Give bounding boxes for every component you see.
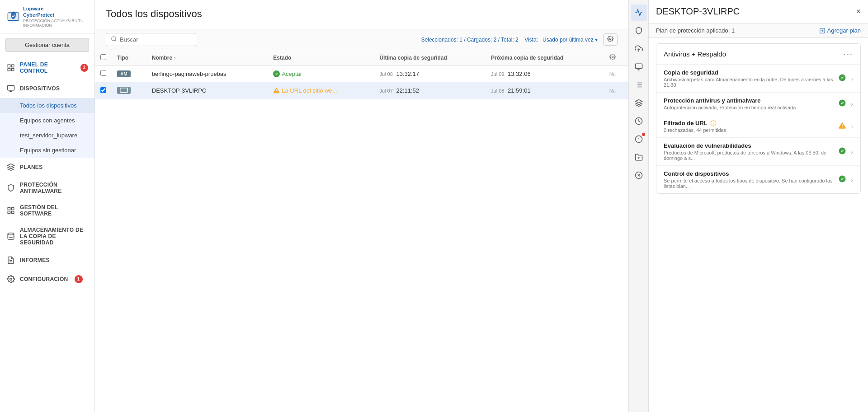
devices-table-container: Tipo Nombre ↑ Estado Última copia de seg… bbox=[95, 50, 628, 412]
svg-point-21 bbox=[612, 56, 613, 58]
svg-rect-28 bbox=[635, 64, 642, 69]
vuln-status-icon bbox=[838, 147, 846, 157]
sidebar-item-panel[interactable]: PANEL DE CONTROL 3 bbox=[0, 56, 94, 79]
settings-icon bbox=[6, 275, 15, 284]
panel-icon-x-circle[interactable] bbox=[631, 167, 647, 183]
row2-type-cell bbox=[112, 82, 146, 99]
warn-icon bbox=[273, 87, 280, 94]
row2-checkbox-cell[interactable] bbox=[95, 82, 112, 99]
table-row[interactable]: VM berlingo-paginaweb-pruebas Aceptar Ju… bbox=[95, 66, 628, 82]
sidebar-item-informes[interactable]: INFORMES bbox=[0, 251, 94, 270]
activity-icon bbox=[635, 9, 643, 17]
main-header: Todos los dispositivos bbox=[95, 0, 628, 29]
sidebar-item-configuracion[interactable]: CONFIGURACIÓN 1 bbox=[0, 270, 94, 289]
protection-row-url-title: Filtrado de URL bbox=[664, 120, 838, 126]
svg-rect-4 bbox=[12, 68, 14, 70]
protection-row-url-sub: 0 rechazadas, 44 permitidas bbox=[664, 127, 838, 133]
sidebar-label-planes: PLANES bbox=[20, 164, 42, 170]
sidebar-item-proteccion[interactable]: PROTECCIÓN ANTIMALWARE bbox=[0, 177, 94, 199]
x-circle-icon bbox=[635, 171, 643, 179]
svg-marker-37 bbox=[635, 100, 642, 103]
panel-icon-list[interactable] bbox=[631, 77, 647, 93]
panel-icon-activity[interactable] bbox=[631, 5, 647, 21]
sidebar-item-servidor[interactable]: test_servidor_lupware bbox=[0, 128, 94, 143]
hdd-icon bbox=[6, 232, 15, 241]
add-plan-button[interactable]: Agregar plan bbox=[819, 27, 861, 34]
protection-row-antivirus-title: Protección antivirus y antimalware bbox=[664, 97, 838, 104]
search-input[interactable] bbox=[120, 36, 183, 43]
row2-type-badge bbox=[117, 87, 131, 94]
row1-checkbox-cell[interactable] bbox=[95, 66, 112, 82]
toolbar-view-value[interactable]: Usado por última vez bbox=[542, 37, 594, 43]
sidebar-item-software[interactable]: GESTIÓN DEL SOFTWARE bbox=[0, 199, 94, 222]
protection-row-antivirus[interactable]: Protección antivirus y antimalware Autop… bbox=[656, 93, 860, 115]
panel-icon-monitor[interactable] bbox=[631, 59, 647, 75]
dev-status-icon bbox=[838, 175, 846, 185]
th-checkbox[interactable] bbox=[95, 50, 112, 66]
url-info-icon bbox=[710, 120, 717, 126]
protection-row-dev-title: Control de dispositivos bbox=[664, 170, 838, 177]
protection-more-button[interactable]: ··· bbox=[844, 49, 853, 59]
sidebar-item-agentes[interactable]: Equipos con agentes bbox=[0, 113, 94, 128]
table-row[interactable]: DESKTOP-3VLIRPC La URL del sitio we... J… bbox=[95, 82, 628, 99]
panel-icon-folder-plus[interactable] bbox=[631, 149, 647, 165]
add-plan-icon bbox=[819, 28, 826, 34]
panel-icon-layers[interactable] bbox=[631, 95, 647, 111]
sort-nombre-icon: ↑ bbox=[174, 56, 176, 61]
sidebar-label-dispositivos: DISPOSITIVOS bbox=[20, 85, 60, 92]
select-all-checkbox[interactable] bbox=[100, 54, 106, 60]
protection-row-dispositivos[interactable]: Control de dispositivos Se permite el ac… bbox=[656, 166, 860, 193]
logo-icon bbox=[7, 8, 19, 25]
panel-icon-shield[interactable] bbox=[631, 23, 647, 39]
logo-name-line1: Lupware bbox=[23, 5, 87, 12]
sidebar-item-todos[interactable]: Todos los dispositivos bbox=[0, 98, 94, 113]
protection-row-backup-info: Copia de seguridad Archivos/carpetas par… bbox=[664, 69, 838, 88]
svg-rect-11 bbox=[12, 207, 14, 210]
antivirus-status-icon bbox=[838, 99, 846, 109]
row1-name-cell[interactable]: berlingo-paginaweb-pruebas bbox=[146, 66, 268, 82]
protection-card: Antivirus + Respaldo ··· Copia de seguri… bbox=[656, 43, 861, 194]
protection-row-dev-sub: Se permite el acceso a todos los tipos d… bbox=[664, 178, 838, 189]
sidebar-item-almacenamiento[interactable]: ALMACENAMIENTO DE LA COPIA DE SEGURIDAD bbox=[0, 222, 94, 251]
panel-icon-alert[interactable] bbox=[631, 131, 647, 147]
svg-rect-23 bbox=[120, 88, 128, 93]
row1-checkbox[interactable] bbox=[100, 70, 106, 76]
row2-status: La URL del sitio we... bbox=[273, 87, 368, 94]
protection-row-vulnerabilidad[interactable]: Evaluación de vulnerabilidades Productos… bbox=[656, 138, 860, 166]
svg-point-20 bbox=[609, 38, 611, 40]
file-text-icon bbox=[6, 256, 15, 265]
logo-area: Lupware CyberProtect PROTECCIÓN ACTIVA P… bbox=[0, 0, 94, 33]
search-box[interactable] bbox=[106, 33, 196, 46]
devices-table: Tipo Nombre ↑ Estado Última copia de seg… bbox=[95, 50, 628, 99]
sidebar: Lupware CyberProtect PROTECCIÓN ACTIVA P… bbox=[0, 0, 95, 412]
row1-ultima-cell: Jul 08 13:32:17 bbox=[374, 66, 486, 82]
row2-checkbox[interactable] bbox=[100, 87, 106, 93]
panel-body: Antivirus + Respaldo ··· Copia de seguri… bbox=[649, 38, 868, 412]
vuln-chevron: › bbox=[851, 148, 853, 155]
protection-row-url[interactable]: Filtrado de URL 0 rechazadas, 44 permiti… bbox=[656, 115, 860, 138]
protection-card-title: Antivirus + Respaldo bbox=[664, 50, 726, 58]
sidebar-subnav-dispositivos: Todos los dispositivos Equipos con agent… bbox=[0, 98, 94, 158]
manage-account-button[interactable]: Gestionar cuenta bbox=[5, 38, 89, 52]
panel-close-button[interactable]: × bbox=[856, 7, 861, 16]
row2-name-cell[interactable]: DESKTOP-3VLIRPC bbox=[146, 82, 268, 99]
search-icon bbox=[111, 36, 117, 43]
th-nombre[interactable]: Nombre ↑ bbox=[146, 50, 268, 66]
table-settings-button[interactable] bbox=[603, 33, 618, 46]
svg-rect-3 bbox=[12, 65, 14, 67]
sidebar-item-dispositivos[interactable]: DISPOSITIVOS bbox=[0, 79, 94, 98]
panel-subheader: Plan de protección aplicado: 1 Agregar p… bbox=[649, 23, 868, 38]
protection-row-antivirus-sub: Autoprotección activada, Protección en t… bbox=[664, 105, 838, 110]
protection-row-vuln-sub: Productos de Microsoft, productos de ter… bbox=[664, 150, 838, 161]
row1-status-cell: Aceptar bbox=[268, 66, 374, 82]
panel-icon-clock[interactable] bbox=[631, 113, 647, 129]
svg-rect-13 bbox=[8, 211, 10, 213]
panel-icon-upload[interactable] bbox=[631, 41, 647, 57]
sidebar-item-planes[interactable]: PLANES bbox=[0, 158, 94, 177]
table-toolbar: Seleccionados: 1 / Cargados: 2 / Total: … bbox=[95, 29, 628, 50]
logo-name-line2: CyberProtect bbox=[23, 12, 87, 18]
protection-row-backup[interactable]: Copia de seguridad Archivos/carpetas par… bbox=[656, 65, 860, 93]
shield-panel-icon bbox=[635, 27, 643, 35]
sidebar-label-panel: PANEL DE CONTROL bbox=[20, 61, 74, 74]
sidebar-item-sin-gestionar[interactable]: Equipos sin gestionar bbox=[0, 143, 94, 158]
